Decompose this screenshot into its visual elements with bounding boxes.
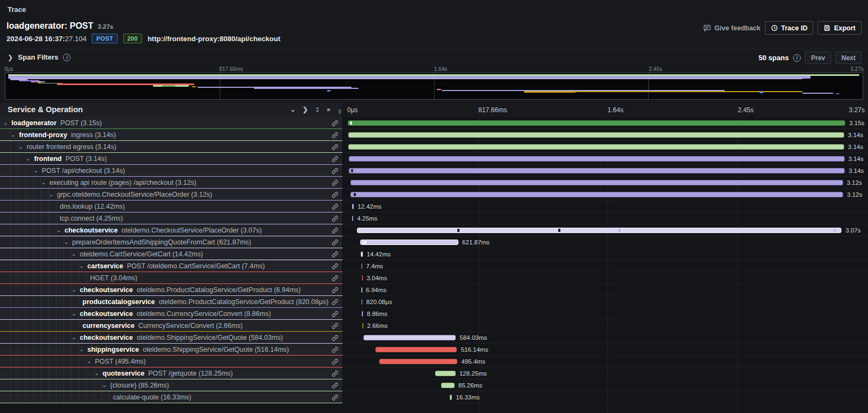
span-name-cell[interactable]: ⌄{closure} (85.26ms) [0, 379, 343, 391]
span-link-icon[interactable] [331, 238, 339, 248]
span-name-cell[interactable]: currencyserviceCurrencyService/Convert (… [0, 320, 343, 332]
span-duration-bar[interactable] [350, 192, 843, 197]
span-link-icon[interactable] [331, 143, 339, 153]
span-name-cell[interactable]: ⌄quoteservicePOST /getquote (128.25ms) [0, 367, 343, 379]
span-link-icon[interactable] [331, 310, 339, 320]
span-bar-cell[interactable]: 3.15s [343, 117, 868, 129]
expand-all-icon[interactable]: » [327, 106, 329, 113]
span-filters-expand-chevron[interactable]: ❯ [8, 54, 13, 61]
span-name-cell[interactable]: ⌄frontend-proxyingress (3.14s) [0, 129, 343, 141]
span-row[interactable]: ⌄checkoutserviceoteldemo.ShippingService… [0, 332, 868, 344]
span-row[interactable]: ⌄router frontend egress (3.14s)3.14s [0, 141, 868, 153]
span-name-cell[interactable]: dns.lookup (12.42ms) [0, 201, 343, 212]
span-count-info-icon[interactable]: i [793, 54, 801, 62]
span-bar-cell[interactable]: 128.25ms [343, 367, 868, 379]
span-link-icon[interactable] [331, 286, 339, 296]
span-bar-cell[interactable]: 14.42ms [343, 248, 868, 260]
span-link-icon[interactable] [331, 191, 339, 201]
span-row[interactable]: ⌄{closure} (85.26ms)85.26ms [0, 379, 868, 391]
span-duration-bar[interactable] [349, 156, 845, 162]
span-event-marker[interactable] [834, 229, 836, 232]
give-feedback-link[interactable]: Give feedback [703, 24, 761, 32]
span-bar-cell[interactable]: 3.14s [343, 153, 868, 165]
span-row[interactable]: tcp.connect (4.25ms)4.25ms [0, 212, 868, 224]
span-bar-cell[interactable]: 6.94ms [343, 284, 868, 296]
span-row[interactable]: HGET (3.04ms)3.04ms [0, 272, 868, 284]
span-name-cell[interactable]: ⌄POST (495.4ms) [0, 356, 343, 367]
span-name-cell[interactable]: ⌄grpc.oteldemo.CheckoutService/PlaceOrde… [0, 189, 343, 201]
span-name-cell[interactable]: ⌄checkoutserviceoteldemo.ShippingService… [0, 332, 343, 344]
span-bar-cell[interactable]: 2.66ms [343, 320, 868, 332]
span-row[interactable]: calculate-quote (16.33ms)16.33ms [0, 391, 868, 403]
collapse-chevron-icon[interactable]: ⌄ [41, 179, 49, 185]
column-resize-grip[interactable]: ‖ [339, 108, 341, 115]
span-event-marker[interactable] [354, 193, 356, 196]
span-link-icon[interactable] [331, 262, 339, 272]
span-link-icon[interactable] [331, 322, 339, 332]
span-link-icon[interactable] [331, 298, 339, 308]
span-name-cell[interactable]: ⌄prepareOrderItemsAndShippingQuoteFromCa… [0, 236, 343, 248]
span-row[interactable]: ⌄POST (495.4ms)495.4ms [0, 356, 868, 367]
span-duration-bar[interactable] [352, 216, 353, 221]
span-name-cell[interactable]: HGET (3.04ms) [0, 272, 343, 284]
trace-minimap[interactable]: 0μs817.66ms1.64s2.45s3.27s [0, 66, 868, 101]
span-duration-bar[interactable] [349, 168, 845, 173]
span-link-icon[interactable] [331, 155, 339, 165]
span-duration-bar[interactable] [350, 180, 843, 185]
span-row[interactable]: ⌄loadgeneratorPOST (3.15s)3.15s [0, 117, 868, 129]
collapse-chevron-icon[interactable]: ⌄ [79, 263, 87, 269]
collapse-chevron-icon[interactable]: ⌄ [94, 370, 103, 376]
span-link-icon[interactable] [331, 227, 339, 236]
span-row[interactable]: productcatalogserviceoteldemo.ProductCat… [0, 296, 868, 308]
collapse-chevron-icon[interactable]: ⌄ [18, 144, 27, 150]
span-row[interactable]: ⌄executing api route (pages) /api/checko… [0, 177, 868, 189]
span-bar-cell[interactable]: 3.12s [343, 177, 868, 189]
span-link-icon[interactable] [331, 370, 339, 379]
span-event-marker[interactable] [365, 241, 367, 244]
span-duration-bar[interactable] [379, 359, 457, 364]
span-bar-cell[interactable]: 3.14s [343, 165, 868, 177]
span-row[interactable]: ⌄cartservicePOST /oteldemo.CartService/G… [0, 260, 868, 272]
span-duration-bar[interactable] [360, 240, 458, 245]
span-bar-cell[interactable]: 8.86ms [343, 308, 868, 320]
span-duration-bar[interactable] [441, 383, 455, 388]
collapse-chevron-icon[interactable]: ⌄ [87, 358, 95, 364]
span-filters-info-icon[interactable]: i [63, 54, 71, 61]
span-link-icon[interactable] [331, 358, 339, 367]
span-event-marker[interactable] [457, 229, 459, 232]
minimap-canvas[interactable] [5, 73, 863, 100]
span-bar-cell[interactable]: 3.14s [343, 129, 868, 141]
prev-span-button[interactable]: Prev [805, 51, 831, 64]
collapse-chevron-icon[interactable]: ⌄ [79, 346, 87, 352]
span-link-icon[interactable] [331, 119, 339, 129]
span-link-icon[interactable] [331, 179, 339, 189]
collapse-chevron-icon[interactable]: ⌄ [26, 156, 34, 162]
span-row[interactable]: ⌄checkoutserviceoteldemo.ProductCatalogS… [0, 284, 868, 296]
span-name-cell[interactable]: ⌄checkoutserviceoteldemo.CheckoutService… [0, 224, 343, 236]
span-link-icon[interactable] [331, 393, 339, 403]
span-name-cell[interactable]: tcp.connect (4.25ms) [0, 212, 343, 224]
collapse-all-icon[interactable]: ⌄⌄ [315, 106, 318, 113]
span-duration-bar[interactable] [361, 251, 363, 257]
span-bar-cell[interactable]: 85.26ms [343, 379, 868, 391]
span-row[interactable]: ⌄oteldemo.CartService/GetCart (14.42ms)1… [0, 248, 868, 260]
span-duration-bar[interactable] [361, 263, 362, 269]
span-row[interactable]: ⌄shippingserviceoteldemo.ShippingService… [0, 344, 868, 356]
span-link-icon[interactable] [331, 250, 339, 260]
span-bar-cell[interactable]: 584.03ms [343, 332, 868, 344]
expand-one-icon[interactable]: ❯ [303, 106, 307, 113]
collapse-chevron-icon[interactable]: ⌄ [102, 382, 110, 388]
next-span-button[interactable]: Next [835, 51, 861, 64]
span-bar-cell[interactable]: 3.04ms [343, 272, 868, 284]
span-duration-bar[interactable] [357, 228, 841, 233]
collapse-chevron-icon[interactable]: ⌄ [72, 311, 80, 317]
span-duration-bar[interactable] [361, 287, 362, 293]
collapse-chevron-icon[interactable]: ⌄ [56, 227, 65, 233]
span-duration-bar[interactable] [348, 144, 844, 150]
span-duration-bar[interactable] [362, 323, 363, 328]
span-duration-bar[interactable] [362, 275, 363, 281]
span-row[interactable]: ⌄frontendPOST (3.14s)3.14s [0, 153, 868, 165]
span-row[interactable]: ⌄POST /api/checkout (3.14s)3.14s [0, 165, 868, 177]
span-duration-bar[interactable] [450, 395, 452, 400]
span-name-cell[interactable]: ⌄loadgeneratorPOST (3.15s) [0, 117, 343, 129]
